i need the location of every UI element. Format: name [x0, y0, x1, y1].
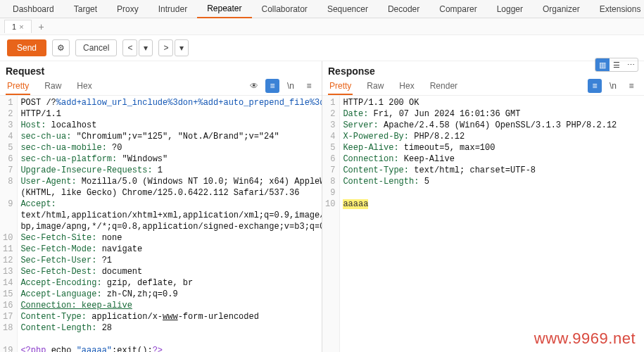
view-tab-hex[interactable]: Hex [75, 78, 93, 95]
history-prev-button[interactable]: < [122, 39, 137, 56]
response-title: Response [328, 65, 375, 77]
gear-icon: ⚙ [57, 43, 65, 53]
history-next-button[interactable]: > [158, 39, 173, 56]
sub-tab-1[interactable]: 1 × [4, 20, 32, 33]
top-tab-logger[interactable]: Logger [487, 1, 533, 18]
view-tab-raw[interactable]: Raw [365, 78, 385, 95]
top-tab-target[interactable]: Target [64, 1, 107, 18]
wrap-icon[interactable]: ≡ [588, 79, 602, 93]
layout-toggle: ▥ ☰ ⋯ [595, 58, 638, 72]
top-tab-collaborator[interactable]: Collaborator [252, 1, 317, 18]
request-view-tabs: PrettyRawHex 👁 ≡ \n ≡ [0, 78, 322, 96]
wrap-icon[interactable]: ≡ [265, 79, 279, 93]
request-pane: Request PrettyRawHex 👁 ≡ \n ≡ 1234567891… [0, 61, 322, 352]
view-tab-pretty[interactable]: Pretty [328, 78, 353, 95]
request-title: Request [6, 65, 44, 77]
view-tab-raw[interactable]: Raw [43, 78, 63, 95]
top-tab-intruder[interactable]: Intruder [149, 1, 197, 18]
newline-icon[interactable]: \n [606, 79, 620, 93]
response-view-tabs: PrettyRawHexRender ≡ \n ≡ [322, 78, 644, 96]
newline-icon[interactable]: \n [284, 79, 298, 93]
layout-columns-icon[interactable]: ▥ [595, 58, 610, 71]
sub-tab-label: 1 [12, 23, 16, 31]
add-tab-button[interactable]: + [33, 19, 50, 34]
inspector-icon[interactable]: ≡ [624, 79, 638, 93]
send-button[interactable]: Send [7, 39, 46, 56]
response-pane: Response PrettyRawHexRender ≡ \n ≡ 12345… [322, 61, 644, 352]
view-tab-pretty[interactable]: Pretty [6, 78, 30, 95]
chevron-right-icon: > [163, 43, 168, 53]
hide-icon[interactable]: 👁 [247, 79, 261, 93]
response-gutter: 12345678910 [322, 96, 340, 352]
repeater-sub-tabs: 1 × + [0, 18, 644, 35]
layout-more-icon[interactable]: ⋯ [624, 58, 638, 71]
top-tab-comparer[interactable]: Comparer [429, 1, 486, 18]
view-tab-hex[interactable]: Hex [398, 78, 415, 95]
request-gutter: 12345678910111213141516171819 [0, 96, 18, 352]
history-dropdown-button[interactable]: ▾ [139, 39, 153, 56]
response-viewer[interactable]: 12345678910 HTTP/1.1 200 OKDate: Fri, 07… [322, 96, 644, 352]
layout-rows-icon[interactable]: ☰ [610, 58, 624, 71]
watermark-text: www.9969.net [534, 329, 636, 348]
cancel-button[interactable]: Cancel [75, 39, 117, 56]
main-tabs: DashboardTargetProxyIntruderRepeaterColl… [0, 0, 644, 18]
chevron-down-icon: ▾ [179, 43, 184, 53]
inspector-icon[interactable]: ≡ [302, 79, 316, 93]
chevron-left-icon: < [127, 43, 132, 53]
history-next-dropdown-button[interactable]: ▾ [175, 39, 189, 56]
top-tab-decoder[interactable]: Decoder [378, 1, 429, 18]
top-tab-repeater[interactable]: Repeater [197, 0, 251, 18]
chevron-down-icon: ▾ [144, 43, 148, 53]
top-tab-organizer[interactable]: Organizer [533, 1, 590, 18]
request-code[interactable]: POST /?%add+allow_url_include%3don+%add+… [18, 96, 322, 352]
top-tab-dashboard[interactable]: Dashboard [3, 1, 64, 18]
close-icon[interactable]: × [19, 23, 23, 31]
view-tab-render[interactable]: Render [429, 78, 459, 95]
repeater-toolbar: Send ⚙ Cancel < ▾ > ▾ [0, 35, 644, 61]
request-editor[interactable]: 12345678910111213141516171819 POST /?%ad… [0, 96, 322, 352]
settings-button[interactable]: ⚙ [52, 39, 70, 56]
top-tab-proxy[interactable]: Proxy [107, 1, 149, 18]
response-code: HTTP/1.1 200 OKDate: Fri, 07 Jun 2024 16… [340, 96, 644, 352]
top-tab-extensions[interactable]: Extensions [590, 1, 644, 18]
top-tab-sequencer[interactable]: Sequencer [317, 1, 378, 18]
